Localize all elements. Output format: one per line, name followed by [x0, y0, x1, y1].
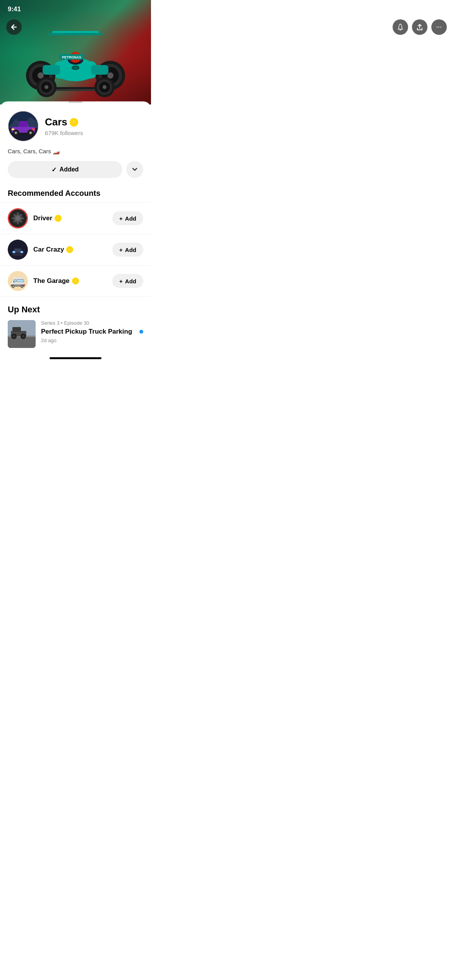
svg-point-74	[22, 335, 25, 338]
followers-count: 679K followers	[45, 130, 143, 136]
driver-name-row: Driver ⭐	[33, 214, 107, 222]
profile-name-row: Cars ⭐	[45, 116, 143, 128]
up-next-item-inner: Series 3 • Episode 30 Perfect Pickup Tru…	[41, 320, 143, 343]
up-next-episode-title: Perfect Pickup Truck Parking	[41, 327, 139, 336]
svg-point-45	[29, 132, 32, 134]
the-garage-add-plus-icon: +	[119, 278, 123, 284]
up-next-meta: 2d ago	[41, 338, 139, 343]
recommended-title: Recommended Accounts	[0, 186, 151, 202]
svg-rect-47	[32, 128, 35, 130]
the-garage-add-button[interactable]: + Add	[112, 274, 143, 288]
svg-point-25	[103, 85, 106, 89]
car-crazy-info: Car Crazy ⭐	[33, 246, 107, 254]
svg-point-17	[107, 72, 113, 79]
recommended-item-the-garage: 🚐 The Garage ⭐ + Add	[0, 266, 151, 297]
svg-point-13	[38, 72, 44, 79]
driver-info: Driver ⭐	[33, 214, 107, 222]
svg-rect-46	[12, 128, 15, 130]
car-crazy-add-plus-icon: +	[119, 247, 123, 253]
expand-button[interactable]	[126, 161, 143, 178]
svg-point-73	[12, 335, 15, 338]
up-next-time: 2d ago	[41, 338, 57, 343]
car-crazy-name-row: Car Crazy ⭐	[33, 246, 107, 254]
action-buttons: ✓ Added	[0, 161, 151, 186]
added-label: Added	[60, 166, 79, 173]
up-next-series: Series 3 • Episode 30	[41, 320, 139, 326]
driver-add-plus-icon: +	[119, 215, 123, 222]
car-crazy-add-label: Add	[125, 247, 136, 253]
up-next-title: Up Next	[0, 305, 151, 320]
drag-handle[interactable]	[69, 101, 82, 103]
svg-rect-70	[12, 327, 21, 332]
the-garage-name-row: The Garage ⭐	[33, 277, 107, 285]
car-crazy-add-button[interactable]: + Add	[112, 243, 143, 257]
added-button[interactable]: ✓ Added	[8, 161, 122, 178]
profile-info: Cars ⭐ 679K followers	[45, 116, 143, 136]
unread-indicator	[139, 330, 143, 334]
back-button[interactable]	[6, 19, 22, 35]
svg-rect-26	[43, 65, 60, 75]
recommended-section: Recommended Accounts	[0, 186, 151, 297]
profile-section: Cars ⭐ 679K followers	[0, 111, 151, 148]
svg-point-42	[15, 132, 17, 134]
home-indicator	[50, 357, 101, 359]
car-crazy-avatar	[8, 240, 28, 260]
the-garage-avatar: 🚐	[8, 271, 28, 291]
car-crazy-name: Car Crazy	[33, 246, 64, 254]
up-next-item[interactable]: Series 3 • Episode 30 Perfect Pickup Tru…	[0, 320, 151, 348]
verified-star-badge: ⭐	[70, 118, 78, 127]
up-next-info: Series 3 • Episode 30 Perfect Pickup Tru…	[41, 320, 139, 343]
profile-avatar	[8, 111, 39, 142]
svg-point-31	[73, 66, 78, 69]
driver-avatar	[8, 208, 28, 228]
profile-name: Cars	[45, 116, 67, 128]
svg-point-21	[45, 85, 48, 89]
svg-text:PETRONAS: PETRONAS	[62, 55, 81, 59]
content-sheet: Cars ⭐ 679K followers Cars, Cars, Cars 🏎…	[0, 101, 151, 378]
up-next-thumbnail	[8, 320, 36, 348]
the-garage-add-label: Add	[125, 278, 136, 284]
checkmark-icon: ✓	[51, 166, 57, 173]
recommended-item-driver: Driver ⭐ + Add	[0, 203, 151, 234]
driver-name: Driver	[33, 214, 52, 222]
the-garage-info: The Garage ⭐	[33, 277, 107, 285]
the-garage-star-badge: ⭐	[72, 278, 79, 284]
bio-text: Cars, Cars, Cars 🏎️	[0, 148, 151, 161]
driver-add-button[interactable]: + Add	[112, 211, 143, 225]
recommended-item-car-crazy: Car Crazy ⭐ + Add	[0, 234, 151, 266]
up-next-section: Up Next	[0, 297, 151, 348]
car-crazy-star-badge: ⭐	[66, 246, 73, 253]
recommended-list: Driver ⭐ + Add	[0, 202, 151, 297]
svg-rect-3	[50, 89, 101, 91]
svg-rect-64	[15, 249, 21, 252]
driver-star-badge: ⭐	[55, 215, 62, 222]
the-garage-name: The Garage	[33, 277, 70, 285]
header-controls: ···	[0, 0, 151, 39]
driver-add-label: Add	[125, 215, 136, 222]
svg-rect-39	[19, 121, 28, 127]
svg-rect-27	[91, 65, 108, 75]
